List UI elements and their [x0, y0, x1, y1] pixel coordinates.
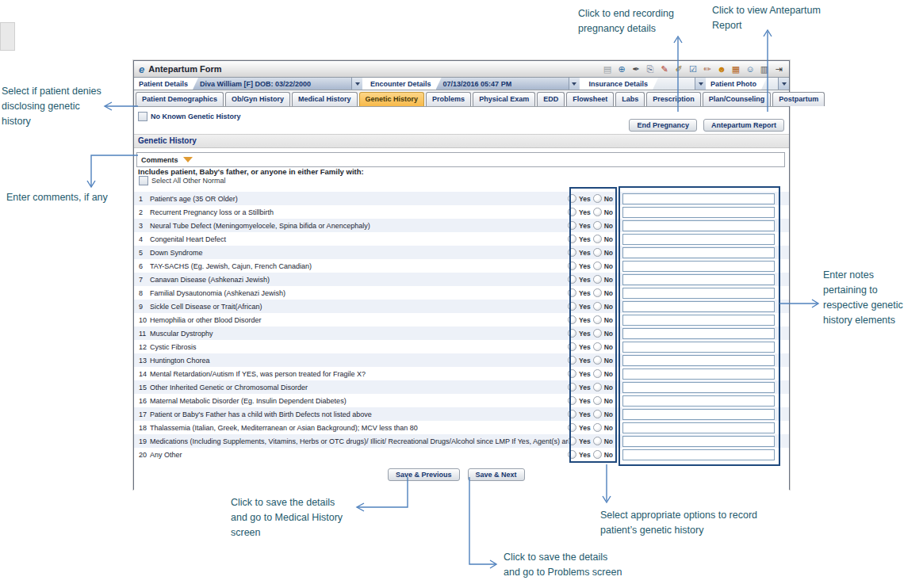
no-radio[interactable] [593, 262, 602, 270]
patient-details-value[interactable]: Diva William [F] DOB: 03/22/2000 [193, 78, 362, 90]
no-radio[interactable] [593, 275, 602, 284]
yes-radio[interactable] [568, 288, 576, 297]
no-radio[interactable] [593, 194, 602, 203]
no-radio[interactable] [593, 342, 602, 351]
yes-radio[interactable] [568, 423, 576, 432]
yes-radio[interactable] [568, 342, 576, 351]
yes-radio[interactable] [568, 329, 576, 338]
no-radio[interactable] [593, 450, 602, 459]
insurance-details-dropdown-icon[interactable] [695, 78, 706, 90]
signature-pen-icon[interactable]: ✒ [630, 63, 642, 74]
no-radio[interactable] [593, 383, 602, 391]
yes-radio[interactable] [568, 302, 576, 311]
row-note-input[interactable] [622, 220, 775, 231]
no-radio[interactable] [593, 369, 602, 378]
yes-radio[interactable] [568, 450, 576, 459]
calculator-icon[interactable]: ▥ [759, 63, 770, 74]
tab-edd[interactable]: EDD [537, 92, 565, 106]
calendar-icon[interactable]: ▦ [730, 63, 741, 74]
tab-problems[interactable]: Problems [426, 92, 471, 106]
row-note-input[interactable] [622, 436, 775, 447]
save-next-button[interactable]: Save & Next [468, 468, 525, 481]
yes-radio[interactable] [568, 194, 576, 203]
no-radio[interactable] [593, 315, 602, 324]
row-note-input[interactable] [622, 368, 775, 380]
tab-physical-exam[interactable]: Physical Exam [473, 92, 535, 106]
no-radio[interactable] [593, 302, 602, 311]
no-radio[interactable] [593, 356, 602, 365]
row-note-input[interactable] [622, 247, 775, 258]
patient-details-dropdown-icon[interactable] [351, 78, 362, 90]
no-radio[interactable] [593, 288, 602, 297]
patient-photo-value[interactable] [761, 78, 789, 90]
row-note-input[interactable] [622, 301, 775, 312]
insurance-details-value[interactable] [653, 78, 706, 90]
tab-flowsheet[interactable]: Flowsheet [566, 92, 614, 106]
no-radio[interactable] [593, 423, 602, 432]
no-radio[interactable] [593, 396, 602, 405]
row-note-input[interactable] [622, 315, 775, 326]
row-note-input[interactable] [622, 395, 775, 407]
tab-genetic-history[interactable]: Genetic History [359, 92, 425, 106]
encounter-details-dropdown-icon[interactable] [569, 78, 580, 90]
no-radio[interactable] [593, 410, 602, 418]
row-note-input[interactable] [622, 193, 775, 204]
row-note-input[interactable] [622, 328, 775, 339]
yes-radio[interactable] [568, 437, 576, 445]
save-previous-button[interactable]: Save & Previous [388, 468, 460, 481]
row-note-input[interactable] [622, 382, 775, 393]
yes-radio[interactable] [568, 315, 576, 324]
patient-icon[interactable]: ☺ [745, 63, 756, 74]
order-check-icon[interactable]: ☑ [687, 63, 699, 74]
tab-plan-counseling[interactable]: Plan/Counseling [703, 92, 772, 106]
no-radio[interactable] [593, 235, 602, 243]
row-note-input[interactable] [622, 342, 775, 353]
row-note-input[interactable] [622, 409, 775, 420]
no-radio[interactable] [593, 329, 602, 338]
row-note-input[interactable] [622, 288, 775, 299]
tab-labs[interactable]: Labs [615, 92, 645, 106]
comments-expand-icon[interactable] [183, 157, 193, 162]
row-note-input[interactable] [622, 355, 775, 366]
yes-radio[interactable] [568, 356, 576, 365]
row-note-input[interactable] [622, 261, 775, 272]
yes-radio[interactable] [568, 369, 576, 378]
patient-photo-dropdown-icon[interactable] [778, 78, 789, 90]
yes-radio[interactable] [568, 383, 576, 391]
yes-radio[interactable] [568, 262, 576, 270]
tab-prescription[interactable]: Prescription [646, 92, 701, 106]
meaningful-use-globe-icon[interactable]: ⊕ [616, 63, 627, 74]
antepartum-report-button[interactable]: Antepartum Report [703, 119, 784, 132]
no-radio[interactable] [593, 208, 602, 216]
note-icon[interactable]: ▤ [602, 63, 613, 74]
yes-radio[interactable] [568, 275, 576, 284]
no-radio[interactable] [593, 437, 602, 445]
tab-medical-history[interactable]: Medical History [292, 92, 358, 106]
row-note-input[interactable] [622, 234, 775, 245]
end-pregnancy-button[interactable]: End Pregnancy [629, 119, 697, 132]
no-radio[interactable] [593, 248, 602, 257]
row-note-input[interactable] [622, 449, 775, 460]
pencil-icon[interactable]: ✐ [673, 63, 684, 74]
edit-note-icon[interactable]: ✏ [702, 63, 713, 74]
encounter-details-value[interactable]: 07/13/2016 05:47 PM [436, 78, 580, 90]
tab-ob-gyn-history[interactable]: Ob/Gyn History [225, 92, 290, 106]
yes-radio[interactable] [568, 410, 576, 418]
yes-radio[interactable] [568, 208, 576, 216]
row-note-input[interactable] [622, 274, 775, 285]
row-note-input[interactable] [622, 207, 775, 218]
row-note-input[interactable] [622, 422, 775, 433]
tab-postpartum[interactable]: Postpartum [772, 92, 825, 106]
yes-radio[interactable] [568, 235, 576, 243]
yes-radio[interactable] [568, 248, 576, 257]
people-icon[interactable]: ☻ [716, 63, 727, 74]
tab-patient-demographics[interactable]: Patient Demographics [136, 92, 224, 106]
exit-icon[interactable]: ⇥ [773, 63, 784, 74]
no-known-genetic-history-checkbox[interactable] [138, 112, 147, 121]
yes-radio[interactable] [568, 221, 576, 230]
select-all-other-normal-checkbox[interactable] [139, 176, 148, 185]
copy-forward-icon[interactable]: ⎘ [645, 63, 656, 74]
no-radio[interactable] [593, 221, 602, 230]
yes-radio[interactable] [568, 396, 576, 405]
red-pen-icon[interactable]: ✎ [659, 63, 670, 74]
